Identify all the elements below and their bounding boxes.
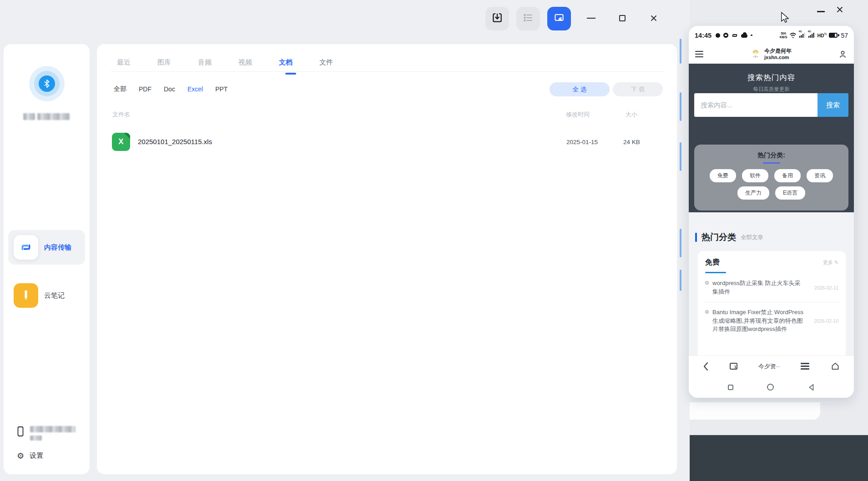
article-title: Bantu Image Fixer禁止 WordPress 生成缩略图,并将现有… [712,308,805,334]
filter-excel[interactable]: Excel [187,85,203,93]
android-recents-button[interactable] [728,385,733,390]
hero-subtitle: 每日高质量更新 [689,86,854,93]
current-page-title[interactable]: 今夕资·· [758,362,780,371]
desktop-dark-strip [690,435,868,481]
tag-productivity[interactable]: 生产力 [737,186,769,200]
snap-indicator-dash [680,39,681,64]
transfer-app-window: 内容传输 云笔记 ⚙ 设置 [0,0,690,481]
browser-site-header: 今夕是何年 jxshn.com [689,45,854,64]
tag-free[interactable]: 免费 [710,169,736,182]
cloud-icon [741,34,747,38]
bluetooth-icon [39,75,55,92]
article-list-item[interactable]: Bantu Image Fixer禁止 WordPress 生成缩略图,并将现有… [705,308,838,334]
screen-cast-icon [553,12,565,25]
tab-files[interactable]: 文件 [319,58,333,67]
status-right-icons: 500 KB/S 4G 4G [780,31,848,40]
browser-back-icon[interactable] [702,362,709,371]
table-row[interactable]: X 20250101_20250115.xls 2025-01-15 24 KB [112,133,668,154]
site-logo[interactable]: 今夕是何年 jxshn.com [750,48,792,60]
mirror-minimize-button[interactable] [817,11,825,12]
article-title: wordpress防止采集 防止火车头采集插件 [712,279,805,296]
browser-menu-icon[interactable] [801,363,809,369]
paired-phone-row[interactable] [17,426,76,442]
search-hero-section: 搜索热门内容 每日高质量更新 搜索 热门分类: 免费 软件 备用 资讯 生产力 … [689,64,854,212]
article-list-item[interactable]: wordpress防止采集 防止火车头采集插件 2026-02-11 [705,279,838,296]
tab-audio[interactable]: 音频 [198,58,212,67]
filter-all[interactable]: 全部 [114,85,126,93]
tab-gallery[interactable]: 图库 [157,58,171,67]
notification-dot-icon [716,33,720,38]
signal-sim1-icon: 4G [799,31,806,40]
main-content-card: 最近 图库 音频 视频 文档 文件 全部 PDF Doc Excel PPT 全… [97,44,677,474]
tag-software[interactable]: 软件 [742,169,768,182]
app-close-button[interactable] [648,12,660,24]
tab-recent[interactable]: 最近 [117,58,131,67]
category-tabs: 最近 图库 音频 视频 文档 文件 [117,58,333,67]
close-icon [836,6,843,13]
download-toolbar-button[interactable] [485,7,509,30]
tag-elanguage[interactable]: E语言 [775,186,805,200]
phone-mirror-window: 14:45 500 KB/S 4G [689,26,854,398]
site-menu-icon[interactable] [695,51,703,57]
status-left-icons: 14:45 [695,32,752,39]
search-input[interactable] [694,93,818,117]
pencil-icon: ✎ [834,260,838,266]
user-account-icon[interactable] [838,50,848,59]
bluetooth-ring-mid [34,71,60,96]
signal-sim2-icon: 4G [808,31,815,40]
browser-home-icon[interactable] [830,361,840,371]
column-header-size: 大小 [626,110,637,119]
battery-icon [829,33,838,38]
all-articles-link[interactable]: 全部文章 [741,234,763,241]
bluetooth-ring-outer [29,66,65,101]
article-date: 2026-02-11 [808,285,838,291]
download-selected-button[interactable]: 下 载 [613,82,663,96]
file-size: 24 KB [623,139,640,145]
settings-label: 设置 [30,451,43,460]
status-time: 14:45 [695,32,712,39]
android-back-button[interactable] [807,383,815,391]
article-bullet-icon [705,310,709,314]
more-link[interactable]: 更多 ✎ [823,259,838,266]
hot-categories-underline [763,162,780,164]
free-category-card: 免费 更多 ✎ wordpress防止采集 防止火车头采集插件 2026-02-… [698,251,846,356]
content-transfer-icon [14,235,38,260]
filter-ppt[interactable]: PPT [215,85,227,93]
screen-cast-toolbar-button[interactable] [547,7,571,30]
device-name-blurred [23,113,70,120]
sidebar-item-settings[interactable]: ⚙ 设置 [17,451,43,460]
android-home-button[interactable] [767,384,774,391]
tab-documents[interactable]: 文档 [279,58,293,67]
cloud-notes-pen-icon [14,283,38,308]
tiny-dot-icon [751,35,752,36]
sidebar-item-cloud-notes[interactable]: 云笔记 [8,278,85,313]
app-minimize-button[interactable] [585,12,597,24]
snap-indicator-dash [680,229,681,257]
snap-indicator-dash [680,142,681,171]
column-header-modified: 修改时间 [566,110,590,119]
tag-news[interactable]: 资讯 [807,169,833,182]
sidebar: 内容传输 云笔记 ⚙ 设置 [4,44,90,474]
wifi-icon [789,32,797,38]
filter-pdf[interactable]: PDF [139,85,151,93]
select-all-button[interactable]: 全 选 [550,82,610,96]
active-tab-underline [285,73,296,75]
minimize-icon [587,18,595,19]
section-accent-bar [695,233,697,242]
list-icon [523,12,534,25]
tag-backup[interactable]: 备用 [774,169,801,182]
phone-status-bar: 14:45 500 KB/S 4G [689,26,854,45]
tab-video[interactable]: 视频 [238,58,252,67]
tag-row: 免费 软件 备用 资讯 [694,169,848,182]
browser-bottom-toolbar: 1 今夕资·· [689,356,854,376]
filter-doc[interactable]: Doc [164,85,175,93]
browser-tabs-icon[interactable]: 1 [730,363,737,370]
hero-title: 搜索热门内容 [689,64,854,83]
sidebar-item-content-transfer[interactable]: 内容传输 [8,230,85,265]
search-button[interactable]: 搜索 [818,93,848,117]
connected-device-card [4,66,90,120]
app-maximize-button[interactable] [616,12,628,24]
alarm-icon [723,33,728,38]
list-view-toolbar-button[interactable] [516,7,540,30]
mirror-close-button[interactable] [836,6,843,15]
